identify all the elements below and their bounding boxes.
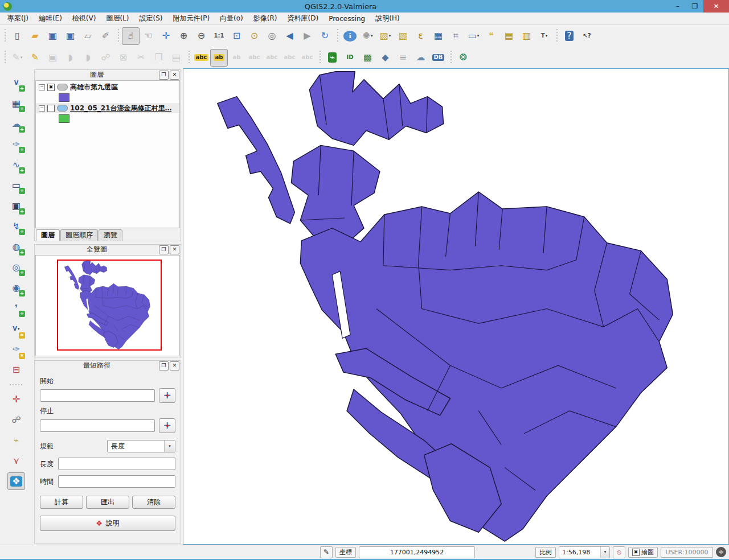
labeling-button[interactable]: abc	[193, 49, 210, 67]
stop-input[interactable]	[40, 419, 155, 432]
menu-vector[interactable]: 向量(o)	[215, 13, 248, 24]
overview-map[interactable]	[35, 255, 180, 356]
render-checkbox-group[interactable]: ✖ 繪圖	[628, 547, 658, 558]
new-spatialite-layer-button[interactable]: ✑	[7, 340, 25, 358]
label-pin-button[interactable]: ab	[228, 49, 245, 67]
menu-processing[interactable]: Processing	[323, 14, 370, 24]
zoom-to-selection-button[interactable]: ⊙	[245, 27, 263, 45]
zoom-out-button[interactable]: ⊖	[193, 27, 210, 45]
menu-project[interactable]: 專案(J)	[2, 13, 34, 24]
text-annotation-button[interactable]: T▾	[535, 27, 553, 45]
open-project-button[interactable]: ▰	[26, 27, 44, 45]
identify-features-button[interactable]: i	[341, 27, 359, 45]
label-move-button[interactable]: abc	[263, 49, 281, 67]
menu-raster[interactable]: 影像(R)	[248, 13, 282, 24]
zoom-next-button[interactable]: ▶	[298, 27, 316, 45]
menu-database[interactable]: 資料庫(D)	[282, 13, 324, 24]
add-oracle-layer-button[interactable]: ▭	[7, 176, 25, 194]
crs-status-icon[interactable]: ✛	[716, 547, 726, 557]
add-wms-layer-button[interactable]: ◍	[7, 238, 25, 256]
menu-help[interactable]: 說明(H)	[370, 13, 404, 24]
current-edits-button[interactable]: ✎▾	[9, 49, 26, 67]
close-panel-icon[interactable]: ✕	[170, 361, 179, 370]
road-graph-button[interactable]: ⋎	[7, 452, 25, 470]
menu-layer[interactable]: 圖層(L)	[101, 13, 134, 24]
layer-symbol-swatch[interactable]	[59, 93, 69, 102]
composer-manager-button[interactable]: ✐	[97, 27, 114, 45]
coordinate-capture-button[interactable]: ✛	[7, 390, 25, 408]
delete-selected-button[interactable]: ⊠	[114, 49, 132, 67]
calculate-button[interactable]: 計算	[40, 496, 83, 509]
label-properties-button[interactable]: abc	[298, 49, 316, 67]
new-bookmark-button[interactable]: ▤	[500, 27, 518, 45]
export-button[interactable]: 匯出	[86, 496, 129, 509]
add-spatialite-layer-button[interactable]: ✑	[7, 135, 25, 153]
criterion-select[interactable]: 長度 ▾	[107, 440, 175, 452]
plugin-diamond-button[interactable]: ◆	[376, 49, 394, 67]
render-checkbox[interactable]: ✖	[632, 549, 640, 556]
select-by-expression-button[interactable]: ε	[412, 27, 429, 45]
map-canvas[interactable]	[183, 68, 729, 545]
tab-圖層順序[interactable]: 圖層順序	[60, 229, 98, 241]
menu-plugins[interactable]: 附加元件(P)	[167, 13, 215, 24]
chevron-down-icon[interactable]: ▾	[164, 440, 175, 452]
map-tips-button[interactable]: ❝	[482, 27, 500, 45]
cut-features-button[interactable]: ✂	[132, 49, 150, 67]
deselect-all-button[interactable]: ▧	[394, 27, 412, 45]
minimize-button[interactable]: –	[669, 0, 686, 13]
render-pen-icon[interactable]: ✎	[320, 546, 333, 558]
coordinate-input[interactable]	[359, 546, 475, 558]
add-raster-layer-button[interactable]: ▦	[7, 94, 25, 112]
layer-visibility-checkbox[interactable]	[47, 105, 55, 112]
help-contents-button[interactable]: ?	[560, 27, 578, 45]
run-feature-action-button[interactable]: ✺▾	[359, 27, 376, 45]
float-panel-icon[interactable]: ❐	[159, 245, 169, 254]
label-rotate-button[interactable]: abc	[281, 49, 298, 67]
remove-layer-button[interactable]: ⊟	[7, 361, 25, 378]
pick-stop-point-icon[interactable]: ✛	[159, 418, 175, 433]
new-project-button[interactable]: ▯	[9, 27, 26, 45]
expander-icon[interactable]: −	[39, 84, 45, 90]
time-field[interactable]	[58, 475, 175, 488]
plugin-globe-button[interactable]: ❂	[454, 49, 472, 67]
pan-map-button[interactable]: ☜	[140, 27, 157, 45]
toggle-editing-button[interactable]: ✎	[26, 49, 44, 67]
field-calculator-button[interactable]: ⌗	[447, 27, 465, 45]
add-vector-layer-button[interactable]: V	[7, 74, 25, 92]
clear-button[interactable]: 清除	[132, 496, 175, 509]
plugin-connector-button[interactable]: ⌁	[323, 49, 341, 67]
plugin-id-tool-button[interactable]: ID	[341, 49, 359, 67]
plugin-figure-button[interactable]: ☍	[7, 411, 25, 429]
paste-features-button[interactable]: ▤	[167, 49, 185, 67]
float-panel-icon[interactable]: ❐	[159, 361, 169, 370]
add-georaster-layer-button[interactable]: ↯	[7, 217, 25, 235]
float-panel-icon[interactable]: ❐	[159, 71, 169, 80]
start-input[interactable]	[40, 389, 155, 402]
label-visibility-button[interactable]: abc	[245, 49, 263, 67]
shortest-path-button[interactable]: ❖	[7, 472, 25, 490]
copy-features-button[interactable]: ❐	[150, 49, 167, 67]
move-feature-button[interactable]: ◗	[79, 49, 97, 67]
add-postgis-layer-button[interactable]: ☁	[7, 115, 25, 133]
menu-settings[interactable]: 設定(S)	[134, 13, 168, 24]
attribute-table-button[interactable]: ▦	[429, 27, 447, 45]
plugin-small-connector-button[interactable]: ⌁	[7, 431, 25, 449]
layer-symbol-swatch[interactable]	[59, 114, 69, 123]
measure-line-button[interactable]: ▭▾	[465, 27, 482, 45]
plugin-pg-export-button[interactable]: ☁	[412, 49, 429, 67]
new-print-composer-button[interactable]: ▱	[79, 27, 97, 45]
show-bookmarks-button[interactable]: ▥	[518, 27, 535, 45]
layer-row[interactable]: −✖高雄市第九選區	[36, 82, 179, 92]
db-manager-button[interactable]: DB	[429, 49, 447, 67]
touch-zoom-pan-button[interactable]: ☝	[122, 27, 140, 45]
label-selected-button[interactable]: ab	[210, 49, 228, 67]
select-features-button[interactable]: ▨▾	[376, 27, 394, 45]
add-delimited-text-layer-button[interactable]: ❜	[7, 299, 25, 317]
add-sql-anywhere-layer-button[interactable]: ▣	[7, 197, 25, 215]
help-button[interactable]: ❖ 說明	[40, 516, 175, 531]
node-tool-button[interactable]: ☍	[97, 49, 114, 67]
zoom-full-button[interactable]: ⊡	[228, 27, 245, 45]
save-project-as-button[interactable]: ▣	[62, 27, 79, 45]
save-layer-edits-button[interactable]: ▣	[44, 49, 62, 67]
plugin-layer-stack-button[interactable]: ≡	[394, 49, 412, 67]
